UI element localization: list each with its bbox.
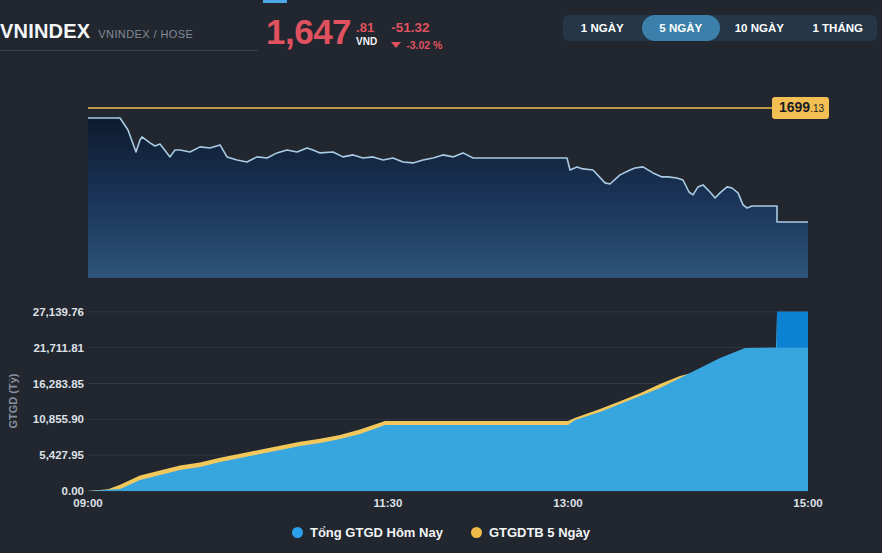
volume-y-tick: 0.00 xyxy=(62,485,84,497)
legend-item-tong-gtgd[interactable]: Tổng GTGD Hôm Nay xyxy=(292,525,443,540)
volume-y-tick: 5,427.95 xyxy=(39,449,84,461)
volume-x-tick: 15:00 xyxy=(793,497,822,509)
chart-legend: Tổng GTGD Hôm Nay GTGDTB 5 Ngày xyxy=(0,525,882,540)
atc-highlight-bar xyxy=(777,312,808,348)
volume-y-tick: 27,139.76 xyxy=(33,306,84,318)
volume-x-tick: 11:30 xyxy=(374,497,403,509)
volume-x-tick: 13:00 xyxy=(553,497,582,509)
blue-dot-icon xyxy=(292,527,303,538)
charts-canvas: 1699.130.005,427.9510,855.9016,283.8521,… xyxy=(0,0,882,553)
volume-y-tick: 10,855.90 xyxy=(33,413,84,425)
volume-y-tick: 16,283.85 xyxy=(33,378,85,390)
price-area xyxy=(88,118,808,278)
volume-y-tick: 21,711.81 xyxy=(33,342,84,354)
volume-y-axis-label: GTGD (Tỷ) xyxy=(7,373,19,428)
legend-item-gtgdtb[interactable]: GTGDTB 5 Ngày xyxy=(471,525,590,540)
yellow-dot-icon xyxy=(471,527,482,538)
volume-x-tick: 09:00 xyxy=(73,497,102,509)
